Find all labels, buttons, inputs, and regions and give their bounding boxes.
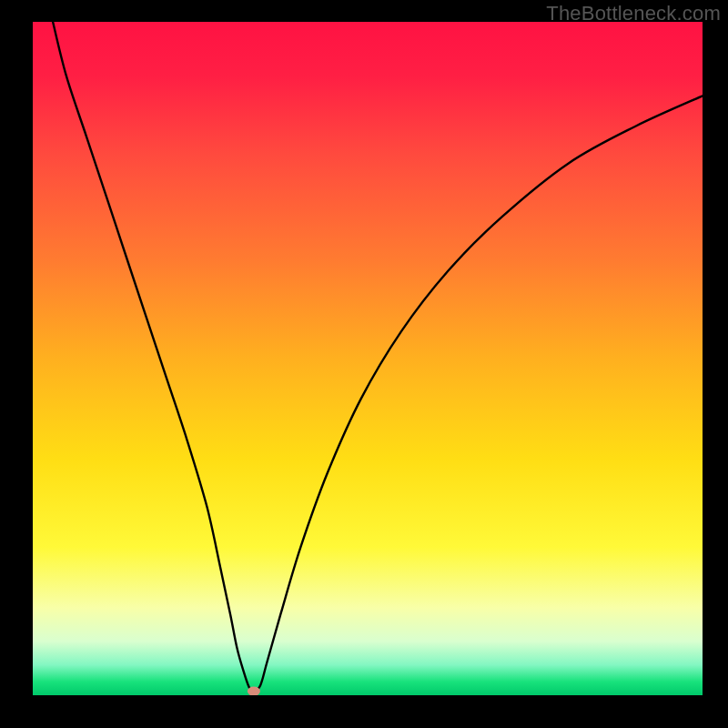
bottleneck-chart [0,0,728,728]
chart-frame: TheBottleneck.com [0,0,728,728]
watermark-text: TheBottleneck.com [546,2,721,25]
optimum-marker [248,687,260,696]
plot-background [33,22,703,695]
